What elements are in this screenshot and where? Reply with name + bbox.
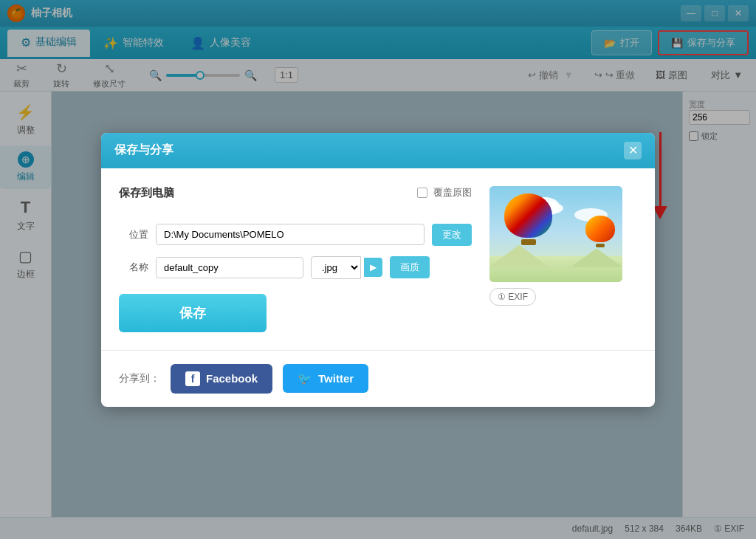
modal-overlay: 保存与分享 ✕ 保存到电脑 覆盖原图 位置 更改 bbox=[0, 0, 756, 539]
save-button[interactable]: 保存 bbox=[119, 294, 267, 332]
extension-select[interactable]: .jpg .png bbox=[311, 256, 361, 279]
name-label: 名称 bbox=[119, 261, 148, 274]
name-row: 名称 .jpg .png ▶ 画质 bbox=[119, 256, 472, 279]
modal-close-button[interactable]: ✕ bbox=[624, 142, 642, 159]
exif-button[interactable]: ① EXIF bbox=[489, 288, 536, 306]
share-label: 分享到： bbox=[119, 372, 160, 385]
filename-input[interactable] bbox=[156, 257, 303, 278]
modal-title: 保存与分享 bbox=[114, 143, 173, 158]
twitter-icon: 🐦 bbox=[298, 371, 312, 385]
location-input[interactable] bbox=[156, 224, 425, 245]
modal-right-preview: ① EXIF bbox=[489, 186, 637, 332]
modal-footer: 分享到： f Facebook 🐦 Twitter bbox=[101, 350, 655, 407]
modal-header: 保存与分享 ✕ bbox=[101, 133, 655, 168]
modal-body: 保存到电脑 覆盖原图 位置 更改 名称 bbox=[101, 168, 655, 350]
location-row: 位置 更改 bbox=[119, 224, 472, 246]
extension-arrow-button[interactable]: ▶ bbox=[364, 258, 382, 277]
cover-original-checkbox[interactable] bbox=[417, 188, 427, 198]
facebook-icon: f bbox=[185, 371, 200, 386]
change-location-button[interactable]: 更改 bbox=[432, 224, 472, 246]
location-label: 位置 bbox=[119, 228, 148, 241]
quality-button[interactable]: 画质 bbox=[390, 256, 430, 278]
cover-original-label: 覆盖原图 bbox=[433, 186, 472, 199]
facebook-share-button[interactable]: f Facebook bbox=[171, 364, 272, 394]
modal-left-section: 保存到电脑 覆盖原图 位置 更改 名称 bbox=[119, 186, 472, 332]
twitter-share-button[interactable]: 🐦 Twitter bbox=[283, 364, 368, 393]
preview-image bbox=[489, 186, 622, 282]
save-share-modal: 保存与分享 ✕ 保存到电脑 覆盖原图 位置 更改 bbox=[101, 133, 655, 407]
save-section-title: 保存到电脑 bbox=[119, 186, 174, 200]
cover-original-row: 覆盖原图 bbox=[417, 186, 472, 199]
extension-row: .jpg .png ▶ bbox=[311, 256, 382, 279]
